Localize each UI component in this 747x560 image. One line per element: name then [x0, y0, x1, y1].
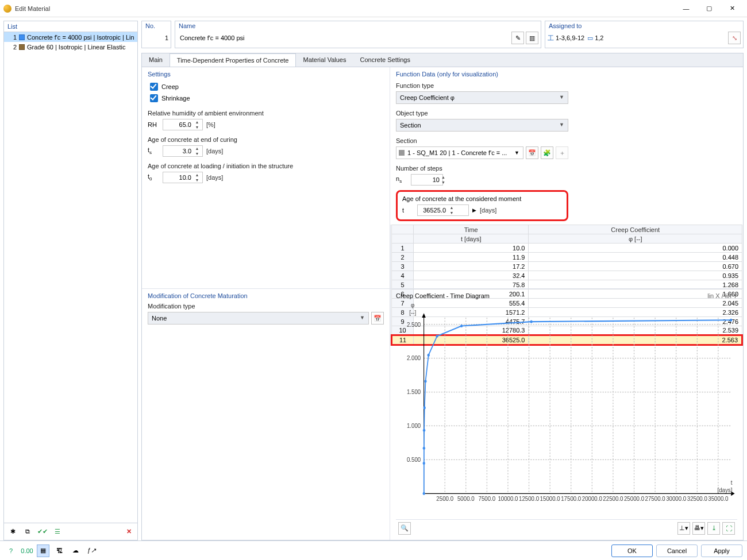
- info-icon[interactable]: ☁: [69, 544, 82, 557]
- t0-input[interactable]: ▲▼: [163, 172, 203, 183]
- section-select[interactable]: 1 - SQ_M1 20 | 1 - Concrete f'c = ... ▼: [396, 146, 523, 159]
- apply-button[interactable]: Apply: [701, 544, 742, 557]
- svg-point-50: [460, 325, 463, 327]
- ns-symbol: ns: [396, 175, 407, 184]
- svg-text:1.000: 1.000: [407, 422, 421, 430]
- svg-point-48: [428, 354, 430, 357]
- svg-text:t: t: [731, 478, 733, 486]
- spin-up-icon[interactable]: ▲: [441, 175, 445, 180]
- spin-down-icon[interactable]: ▼: [193, 177, 201, 183]
- tab-strip: Main Time-Dependent Properties of Concre…: [141, 53, 744, 67]
- svg-text:12500.0: 12500.0: [519, 495, 539, 502]
- table-row[interactable]: 317.20.670: [392, 262, 742, 271]
- ts-input[interactable]: ▲▼: [163, 145, 203, 157]
- check-all-icon[interactable]: ✔✔: [36, 526, 49, 538]
- name-field-box: Name ✎ ▥: [175, 21, 541, 48]
- new-section-icon[interactable]: ＋: [556, 146, 568, 159]
- table-row[interactable]: 211.90.448: [392, 253, 742, 262]
- spin-up-icon[interactable]: ▲: [193, 172, 201, 177]
- table-row[interactable]: 432.40.935: [392, 271, 742, 280]
- expand-chart-icon[interactable]: ⛶: [722, 522, 735, 535]
- svg-point-45: [423, 429, 425, 432]
- member-icon: 工: [548, 34, 554, 43]
- copy-item-icon[interactable]: ⧉: [21, 526, 34, 538]
- shrinkage-checkbox[interactable]: Shrinkage: [150, 94, 384, 102]
- titlebar: Edit Material — ▢ ✕: [0, 0, 747, 17]
- svg-text:25000.0: 25000.0: [624, 495, 644, 502]
- svg-point-47: [424, 380, 426, 383]
- creep-checkbox[interactable]: Creep: [150, 83, 384, 91]
- t-symbol: t: [402, 207, 414, 214]
- modification-type-select[interactable]: None▼: [148, 312, 369, 325]
- tab-main[interactable]: Main: [142, 53, 170, 67]
- tab-concrete-settings[interactable]: Concrete Settings: [353, 53, 417, 67]
- material-name-input[interactable]: [178, 32, 510, 44]
- edit-name-icon[interactable]: ✎: [511, 32, 524, 44]
- minimize-button[interactable]: —: [675, 1, 698, 17]
- ns-input[interactable]: ▲▼: [411, 174, 443, 186]
- modification-column: Modification of Concrete Maturation Modi…: [142, 289, 390, 540]
- checkbox-icon: [150, 94, 158, 102]
- list-item[interactable]: 2 Grade 60 | Isotropic | Linear Elastic: [4, 42, 137, 52]
- tree-view-icon[interactable]: ☰: [51, 526, 64, 538]
- spin-up-icon[interactable]: ▲: [193, 119, 201, 125]
- library-icon[interactable]: ▥: [526, 32, 538, 44]
- svg-text:[--]: [--]: [409, 308, 416, 316]
- date-picker-icon[interactable]: 📅: [526, 146, 538, 159]
- app-icon: [3, 5, 11, 13]
- spin-up-icon[interactable]: ▲: [448, 205, 456, 210]
- pick-assigned-icon[interactable]: ⤡: [728, 32, 741, 44]
- export-chart-icon[interactable]: ⤓: [707, 522, 720, 535]
- object-type-select[interactable]: Section▼: [396, 119, 568, 132]
- model-icon[interactable]: 🏗: [53, 544, 66, 557]
- spin-down-icon[interactable]: ▼: [441, 180, 445, 185]
- spin-down-icon[interactable]: ▼: [193, 151, 201, 156]
- play-icon[interactable]: ▶: [472, 207, 476, 213]
- close-button[interactable]: ✕: [721, 1, 744, 17]
- chart-title: Creep Coefficient - Time Diagram: [396, 292, 490, 299]
- list-header: List: [4, 21, 137, 32]
- material-number-input[interactable]: [142, 32, 171, 44]
- axis-settings-icon[interactable]: ⊥▾: [677, 522, 690, 535]
- spin-down-icon[interactable]: ▼: [193, 125, 201, 130]
- units-icon[interactable]: 0.00: [21, 544, 33, 557]
- list-item[interactable]: 1 Concrete f'c = 4000 psi | Isotropic | …: [4, 32, 137, 42]
- function-icon[interactable]: ƒ↗: [85, 544, 98, 557]
- delete-icon[interactable]: ✕: [122, 526, 135, 538]
- settings-column: Settings Creep Shrinkage Relative humidi…: [142, 67, 390, 288]
- view-icon[interactable]: ▦: [37, 544, 49, 557]
- spin-up-icon[interactable]: ▲: [193, 146, 201, 151]
- t-input[interactable]: ▲▼: [417, 204, 469, 216]
- spin-down-icon[interactable]: ▼: [448, 210, 456, 215]
- new-item-icon[interactable]: ✱: [6, 526, 19, 538]
- assigned-to-box: Assigned to 工 1-3,6,9-12 ▭ 1,2 ⤡: [545, 21, 744, 48]
- ok-button[interactable]: OK: [611, 544, 653, 557]
- svg-text:32500.0: 32500.0: [687, 495, 707, 502]
- chart-toolbar: 🔍 ⊥▾ 🖶▾ ⤓ ⛶: [396, 519, 737, 536]
- chart-column: Creep Coefficient - Time Diagram lin X /…: [390, 289, 743, 540]
- cancel-button[interactable]: Cancel: [656, 544, 698, 557]
- table-row[interactable]: 110.00.000: [392, 244, 742, 253]
- edit-section-icon[interactable]: 🧩: [541, 146, 553, 159]
- svg-point-46: [423, 406, 426, 409]
- ts-symbol: ts: [148, 146, 159, 155]
- svg-text:2.000: 2.000: [407, 354, 421, 362]
- tab-material-values[interactable]: Material Values: [296, 53, 353, 67]
- number-field-box: No.: [141, 21, 171, 48]
- function-type-select[interactable]: Creep Coefficient φ▼: [396, 91, 568, 104]
- surface-icon: ▭: [587, 34, 593, 42]
- tab-time-dependent[interactable]: Time-Dependent Properties of Concrete: [170, 53, 297, 67]
- checkbox-icon: [150, 83, 158, 91]
- date-picker-icon[interactable]: 📅: [371, 312, 384, 325]
- function-data-column: Function Data (only for visualization) F…: [390, 67, 574, 225]
- color-swatch-icon: [19, 44, 25, 50]
- help-icon[interactable]: ?: [5, 544, 17, 557]
- material-list[interactable]: 1 Concrete f'c = 4000 psi | Isotropic | …: [4, 32, 137, 523]
- print-icon[interactable]: 🖶▾: [692, 522, 705, 535]
- svg-text:20000.0: 20000.0: [582, 495, 602, 502]
- svg-point-44: [423, 447, 425, 450]
- zoom-tool-icon[interactable]: 🔍: [398, 522, 411, 535]
- footer-toolbar: ? 0.00 ▦ 🏗 ☁ ƒ↗ OK Cancel Apply: [0, 540, 747, 560]
- maximize-button[interactable]: ▢: [698, 1, 721, 17]
- rh-input[interactable]: ▲▼: [163, 119, 203, 130]
